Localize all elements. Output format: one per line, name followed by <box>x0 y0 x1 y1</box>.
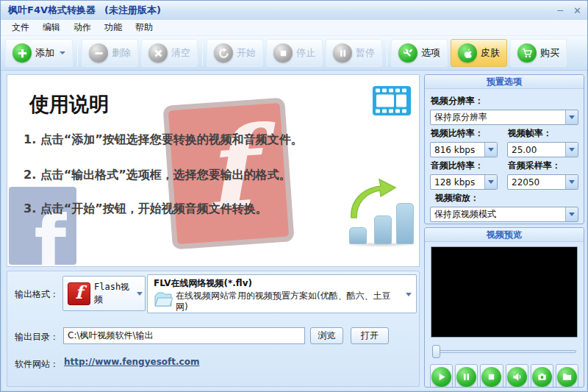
add-icon <box>12 43 32 63</box>
add-dropdown-caret-icon[interactable] <box>60 51 65 54</box>
chevron-down-icon[interactable] <box>484 175 497 189</box>
chevron-down-icon[interactable] <box>565 143 578 157</box>
framerate-label: 视频帧率： <box>508 127 578 140</box>
output-dir-label: 输出目录： <box>15 331 59 343</box>
app-window: 枫叶F4V格式转换器 (未注册版本) ─ ✕ 文件 编辑 动作 功能 帮助 添加… <box>0 0 588 392</box>
stop-icon <box>481 367 501 387</box>
window-title: 枫叶F4V格式转换器 <box>8 4 96 17</box>
toolbar-divider <box>77 40 78 66</box>
chevron-down-icon[interactable] <box>484 143 497 157</box>
audio-bitrate-label: 音频比特率： <box>431 160 498 172</box>
stop-icon <box>273 43 293 63</box>
toolbar-divider <box>202 40 203 66</box>
seek-slider-track[interactable] <box>432 350 576 353</box>
close-button[interactable]: ✕ <box>573 6 581 15</box>
play-button[interactable] <box>430 364 453 388</box>
resolution-select[interactable]: 保持原分辨率 <box>430 110 578 125</box>
titlebar: 枫叶F4V格式转换器 (未注册版本) ─ ✕ <box>1 1 588 20</box>
camera-icon <box>532 367 552 387</box>
video-preview-panel: 视频预览 <box>424 227 584 388</box>
playback-controls <box>429 363 579 388</box>
video-preview-title: 视频预览 <box>425 228 584 242</box>
output-format-select[interactable]: f Flash视频 <box>62 276 146 311</box>
video-bitrate-label: 视频比特率： <box>431 127 498 140</box>
instruction-step-3: 3. 点击“开始”按钮，开始视频音频文件转换。 <box>24 202 268 217</box>
stop-button[interactable]: 停止 <box>266 39 323 67</box>
pause-button[interactable]: 暂停 <box>326 39 382 67</box>
menu-action[interactable]: 动作 <box>67 19 98 36</box>
bar-chart-graphic <box>342 200 420 247</box>
output-dir-input[interactable] <box>63 327 305 344</box>
chevron-down-icon[interactable] <box>406 293 412 296</box>
delete-button[interactable]: 删除 <box>82 39 138 67</box>
sample-rate-select[interactable]: 22050 <box>507 174 578 190</box>
folder-icon <box>557 367 577 387</box>
output-preset-select[interactable]: FLV在线网络视频(*.flv) 在线视频网站常用的视频预置方案如(优酷、酷六、… <box>147 274 417 313</box>
output-format-label: 输出格式： <box>15 288 59 301</box>
play-icon <box>431 367 451 387</box>
start-button[interactable]: 开始 <box>207 39 263 67</box>
buy-button[interactable]: 购买 <box>510 39 567 67</box>
instruction-step-2: 2. 点击“输出格式”选项框，选择您要输出的格式。 <box>24 168 291 183</box>
preset-options-panel: 预置选项 视频分辨率： 保持原分辨率 视频比特率： 视频帧率： 816 kbps… <box>424 74 584 224</box>
speaker-icon <box>507 367 527 387</box>
clear-button[interactable]: 清空 <box>141 39 198 67</box>
buy-icon <box>517 43 537 63</box>
pause-playback-button[interactable] <box>455 364 478 388</box>
skin-button[interactable]: 皮肤 <box>451 39 507 67</box>
preset-options-title: 预置选项 <box>425 75 584 89</box>
video-scale-label: 视频缩放： <box>435 192 578 204</box>
pause-icon <box>333 43 352 63</box>
minimize-button[interactable]: ─ <box>557 6 563 15</box>
browse-button[interactable]: 浏览 <box>310 327 343 344</box>
website-link[interactable]: http://www.fengyesoft.com <box>64 357 199 367</box>
menubar: 文件 编辑 动作 功能 帮助 <box>1 20 588 36</box>
seek-slider[interactable] <box>432 345 576 358</box>
audio-bitrate-select[interactable]: 128 kbps <box>430 174 498 190</box>
clear-icon <box>148 43 168 63</box>
video-scale-select[interactable]: 保持原视频模式 <box>430 207 578 222</box>
chevron-down-icon[interactable] <box>565 175 578 189</box>
open-button[interactable]: 打开 <box>351 327 389 344</box>
chevron-down-icon[interactable] <box>565 207 578 221</box>
resolution-label: 视频分辨率： <box>431 95 578 107</box>
preset-folder-icon <box>154 291 173 307</box>
options-button[interactable]: 选项 <box>391 39 448 67</box>
menu-file[interactable]: 文件 <box>5 19 36 36</box>
chevron-down-icon[interactable] <box>565 110 578 124</box>
menu-help[interactable]: 帮助 <box>129 19 159 36</box>
preset-description: 在线视频网站常用的视频预置方案如(优酷、酷六、土豆网) <box>176 291 401 313</box>
output-panel: 输出格式： f Flash视频 FLV在线网络视频(*.flv) 在线视频网站常… <box>7 271 420 387</box>
video-bitrate-select[interactable]: 816 kbps <box>430 142 498 157</box>
preset-title: FLV在线网络视频(*.flv) <box>154 277 401 290</box>
add-button[interactable]: 添加 <box>5 39 73 67</box>
framerate-select[interactable]: 25.00 <box>507 142 578 157</box>
facebook-logo-watermark-icon: f <box>9 187 76 265</box>
instructions-panel: f f 使用说明 1. 点击“添加”按钮选择您要转换的视频和音频文件。 2. 点… <box>7 74 420 267</box>
toolbar: 添加 删除 清空 开始 停止 暂停 选项 <box>1 36 588 71</box>
start-icon <box>214 43 233 63</box>
toolbar-divider <box>387 40 387 66</box>
pause-icon <box>456 367 476 387</box>
snapshot-button[interactable] <box>531 364 553 388</box>
remove-icon <box>89 43 108 63</box>
flash-icon: f <box>68 282 90 305</box>
options-icon <box>398 43 417 63</box>
open-file-button[interactable] <box>556 364 578 388</box>
sample-rate-label: 音频采样率： <box>508 160 578 172</box>
menu-edit[interactable]: 编辑 <box>36 19 67 36</box>
volume-button[interactable] <box>506 364 528 388</box>
window-title-suffix: (未注册版本) <box>104 4 161 17</box>
video-display <box>431 246 578 338</box>
menu-function[interactable]: 功能 <box>98 19 129 36</box>
instruction-step-1: 1. 点击“添加”按钮选择您要转换的视频和音频文件。 <box>24 132 303 148</box>
website-label: 软件网站： <box>15 358 59 371</box>
chevron-down-icon[interactable] <box>137 292 143 296</box>
stop-playback-button[interactable] <box>480 364 503 388</box>
skin-icon <box>458 43 477 63</box>
usage-heading: 使用说明 <box>29 91 109 118</box>
seek-slider-thumb[interactable] <box>432 345 440 358</box>
film-strip-icon <box>372 85 412 116</box>
